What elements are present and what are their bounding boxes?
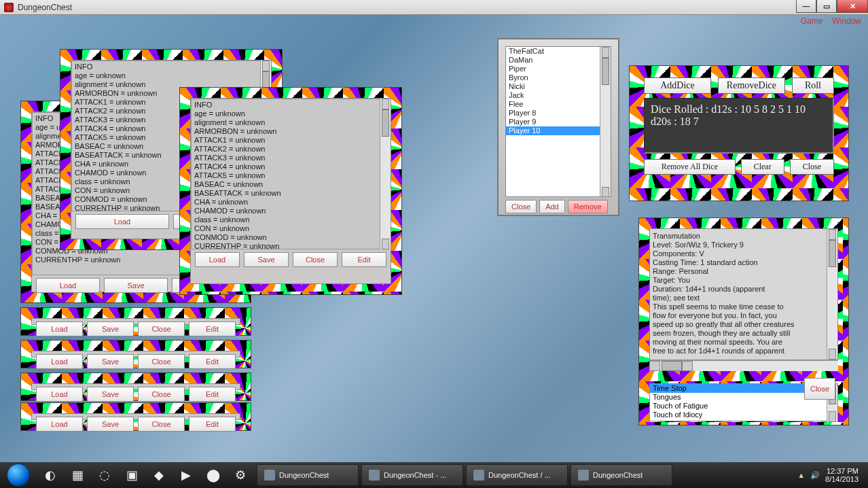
- add-dice-button[interactable]: AddDice: [644, 77, 711, 94]
- spell-panel: Transmutation Level: Sor/Wiz 9, Trickery…: [638, 217, 849, 425]
- menubar: Game Window: [801, 15, 868, 27]
- task-item[interactable]: DungeonChest / ...: [466, 464, 568, 486]
- save-button[interactable]: Save: [87, 387, 134, 402]
- load-button[interactable]: Load: [36, 387, 83, 402]
- player-item[interactable]: Player 10: [506, 126, 611, 135]
- close-button[interactable]: Close: [293, 252, 338, 267]
- close-button[interactable]: Close: [790, 159, 834, 175]
- clock[interactable]: 12:37 PM 8/14/2013: [825, 467, 863, 483]
- load-button[interactable]: Load: [36, 278, 100, 293]
- load-button[interactable]: Load: [36, 354, 83, 369]
- dice-panel: AddDice RemoveDice Roll Dice Rolled : d1…: [629, 65, 849, 201]
- windows-orb-icon: [7, 464, 30, 487]
- pin-icon-2[interactable]: ▦: [64, 464, 91, 486]
- add-button[interactable]: Add: [539, 200, 565, 213]
- tray-overflow-icon[interactable]: ▲: [797, 471, 805, 479]
- clock-time: 12:37 PM: [825, 467, 858, 475]
- player-item[interactable]: Jack: [506, 91, 611, 100]
- save-button[interactable]: Save: [244, 252, 289, 267]
- clear-button[interactable]: Clear: [741, 159, 784, 175]
- close-button[interactable]: Close: [804, 378, 835, 400]
- close-window-button[interactable]: ✕: [837, 0, 868, 13]
- volume-icon[interactable]: 🔊: [810, 471, 820, 480]
- pin-icon-1[interactable]: ◐: [37, 464, 64, 486]
- start-button[interactable]: [0, 462, 37, 488]
- edit-button[interactable]: Edit: [189, 387, 236, 402]
- char-info-front: INFO age = unknown alignment = unknown A…: [191, 99, 391, 249]
- save-button[interactable]: Save: [104, 278, 168, 293]
- edit-button[interactable]: Edit: [189, 417, 236, 432]
- char-row-1: Load Save Close Edit: [20, 307, 251, 336]
- save-button[interactable]: Save: [87, 321, 134, 336]
- close-button[interactable]: Close: [138, 387, 185, 402]
- scrollbar-h[interactable]: [649, 360, 838, 371]
- chrome-icon: [473, 470, 484, 481]
- dice-output: Dice Rolled : d12s : 10 5 8 2 5 1 10 d20…: [644, 98, 834, 154]
- taskbar: ◐ ▦ ◌ ▣ ◆ ▶ ⬤ ⚙ DungeonChest DungeonChes…: [0, 462, 868, 488]
- spell-item[interactable]: Touch of Fatigue: [650, 402, 837, 411]
- menu-game[interactable]: Game: [801, 16, 823, 26]
- scrollbar-v[interactable]: [827, 229, 837, 360]
- pin-icon-3[interactable]: ◌: [91, 464, 118, 486]
- roll-button[interactable]: Roll: [792, 77, 834, 94]
- folder-icon: [264, 470, 275, 481]
- remove-button[interactable]: Remove: [568, 200, 608, 213]
- pin-icon-4[interactable]: ▣: [118, 464, 145, 486]
- pin-icon-6[interactable]: ▶: [173, 464, 200, 486]
- app-icon: [578, 470, 589, 481]
- save-button[interactable]: Save: [87, 417, 134, 432]
- edit-button[interactable]: Edit: [342, 252, 386, 267]
- load-button[interactable]: Load: [195, 252, 240, 267]
- scrollbar-v[interactable]: [380, 99, 391, 249]
- player-item[interactable]: Nicki: [506, 82, 611, 91]
- app-icon: [369, 470, 380, 481]
- edit-button[interactable]: Edit: [189, 321, 236, 336]
- load-button[interactable]: Load: [36, 417, 83, 432]
- spell-text: Transmutation Level: Sor/Wiz 9, Trickery…: [653, 232, 835, 355]
- player-listbox[interactable]: TheFatCatDaManPiperByronNickiJackFleePla…: [505, 46, 611, 197]
- save-button[interactable]: Save: [87, 354, 134, 369]
- players-panel: TheFatCatDaManPiperByronNickiJackFleePla…: [497, 38, 619, 216]
- player-item[interactable]: TheFatCat: [506, 47, 611, 56]
- player-item[interactable]: Byron: [506, 73, 611, 82]
- edit-button[interactable]: Edit: [189, 354, 236, 369]
- char-row-3: Load Save Close Edit: [20, 372, 251, 401]
- close-button[interactable]: Close: [138, 354, 185, 369]
- menu-window[interactable]: Window: [832, 16, 861, 26]
- close-button[interactable]: Close: [505, 200, 537, 213]
- char-row-2: Load Save Close Edit: [20, 340, 251, 368]
- remove-dice-button[interactable]: RemoveDice: [718, 77, 785, 94]
- player-item[interactable]: Piper: [506, 65, 611, 73]
- maximize-button[interactable]: ▭: [816, 0, 837, 13]
- task-label: DungeonChest / ...: [488, 471, 551, 479]
- system-tray: ▲ 🔊 12:37 PM 8/14/2013: [797, 467, 868, 483]
- task-label: DungeonChest - ...: [384, 471, 446, 479]
- player-item[interactable]: Player 8: [506, 109, 611, 118]
- player-item[interactable]: DaMan: [506, 56, 611, 65]
- pin-icon-5[interactable]: ◆: [145, 464, 173, 486]
- task-label: DungeonChest: [593, 471, 643, 479]
- player-item[interactable]: Flee: [506, 100, 611, 109]
- load-button[interactable]: Load: [75, 214, 169, 229]
- pin-icon-7[interactable]: ⬤: [200, 464, 227, 486]
- app-icon: [4, 3, 14, 12]
- remove-all-dice-button[interactable]: Remove All Dice: [644, 159, 736, 175]
- task-item[interactable]: DungeonChest: [571, 464, 672, 486]
- window-title: DungeonChest: [18, 3, 72, 12]
- minimize-button[interactable]: —: [796, 0, 816, 13]
- task-item[interactable]: DungeonChest - ...: [361, 464, 463, 486]
- char-panel-front: INFO age = unknown alignment = unknown A…: [179, 87, 402, 295]
- player-item[interactable]: Player 9: [506, 118, 611, 126]
- task-label: DungeonChest: [279, 471, 329, 479]
- pin-icon-8[interactable]: ⚙: [227, 464, 254, 486]
- task-item[interactable]: DungeonChest: [257, 464, 359, 486]
- load-button[interactable]: Load: [36, 321, 83, 336]
- clock-date: 8/14/2013: [825, 475, 858, 483]
- titlebar: DungeonChest — ▭ ✕: [0, 0, 868, 15]
- spell-description: Transmutation Level: Sor/Wiz 9, Trickery…: [649, 228, 838, 360]
- close-button[interactable]: Close: [138, 417, 185, 432]
- spell-item[interactable]: Touch of Idiocy: [650, 411, 837, 419]
- close-button[interactable]: Close: [138, 321, 185, 336]
- char-row-4: Load Save Close Edit: [20, 402, 251, 431]
- scrollbar-v[interactable]: [600, 47, 611, 197]
